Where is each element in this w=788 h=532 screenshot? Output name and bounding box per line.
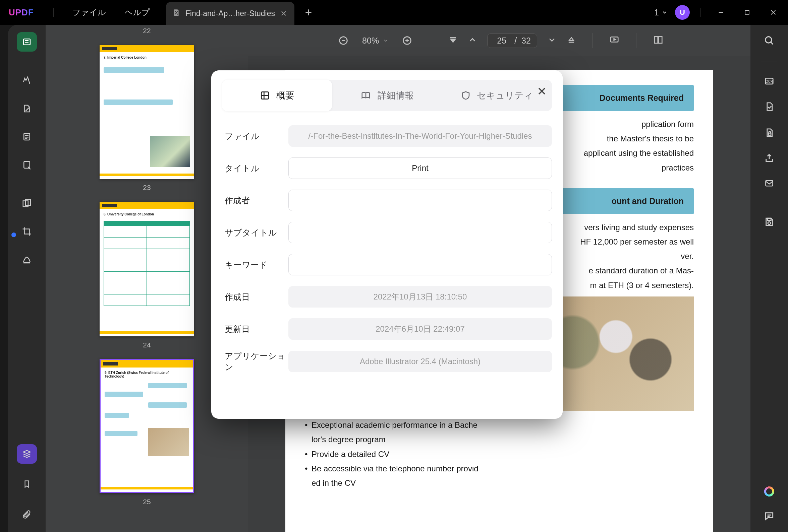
svg-rect-16 — [766, 181, 773, 186]
document-tab[interactable]: Find-and-Ap…her-Studies — [166, 2, 294, 25]
chat-button[interactable] — [764, 511, 774, 523]
protect-button[interactable] — [764, 127, 774, 140]
label-author: 作成者 — [225, 195, 288, 206]
divider — [592, 33, 592, 48]
input-subtitle[interactable] — [288, 222, 552, 243]
redact-tool[interactable] — [17, 193, 37, 213]
zoom-out-button[interactable] — [335, 32, 352, 49]
tab-title: Find-and-Ap…her-Studies — [185, 9, 275, 18]
thumb-label: 23 — [62, 184, 231, 192]
body-text: Provide a detailed CV — [312, 447, 389, 461]
window-minimize-button[interactable] — [712, 5, 730, 20]
value-created: 2022年10月13日 18:10:50 — [288, 286, 552, 308]
thumb-label: 25 — [62, 498, 231, 506]
share-button[interactable] — [764, 153, 775, 165]
window-close-button[interactable] — [764, 5, 783, 20]
crop-tool[interactable] — [17, 222, 37, 241]
page-sep: / — [514, 36, 517, 45]
page-toolbar: 80% / 32 — [248, 25, 750, 56]
tab-close-icon[interactable] — [280, 9, 288, 17]
divider — [761, 62, 777, 62]
svg-text:OCR: OCR — [766, 80, 773, 83]
page-layout-button[interactable] — [652, 35, 664, 46]
svg-point-18 — [768, 222, 771, 224]
thumbnail-page-24[interactable]: 8. University College of London — [100, 202, 194, 336]
comment-tool[interactable] — [17, 71, 37, 90]
search-button[interactable] — [764, 35, 775, 47]
edit-tool[interactable] — [17, 99, 37, 118]
divider — [701, 8, 701, 17]
next-page-button[interactable] — [547, 35, 557, 46]
form-tool[interactable] — [17, 155, 37, 175]
menu-help[interactable]: ヘルプ — [115, 7, 159, 18]
page-total: 32 — [521, 36, 531, 45]
email-button[interactable] — [764, 179, 775, 189]
last-page-button[interactable] — [567, 35, 576, 46]
thumb-page-title: 8. University College of London — [104, 212, 190, 216]
thumbnail-panel-button[interactable] — [17, 444, 37, 464]
input-author[interactable] — [288, 190, 552, 211]
indicator-dot-icon — [12, 232, 16, 237]
svg-rect-10 — [654, 37, 658, 43]
watermark-tool[interactable] — [17, 250, 37, 269]
divider — [19, 61, 35, 61]
reader-tool[interactable] — [17, 32, 37, 52]
first-page-button[interactable] — [448, 35, 458, 46]
zoom-dropdown[interactable]: 80% — [362, 36, 388, 45]
add-tab-button[interactable] — [302, 6, 315, 19]
menu-file[interactable]: ファイル — [63, 7, 115, 18]
page-number-input[interactable]: / 32 — [487, 34, 537, 48]
organize-tool[interactable] — [17, 127, 37, 146]
thumb-label: 24 — [62, 341, 231, 349]
tab-count[interactable]: 1 — [654, 8, 668, 17]
presentation-button[interactable] — [609, 35, 620, 46]
divider — [636, 33, 636, 48]
label-created: 作成日 — [225, 291, 288, 303]
label-title: タイトル — [225, 163, 288, 174]
tab-label: 概要 — [276, 89, 294, 102]
save-button[interactable] — [764, 217, 774, 228]
value-file: /-For-the-Best-Institutes-In-The-World-F… — [288, 125, 552, 147]
svg-rect-11 — [658, 37, 662, 43]
left-toolbar — [8, 25, 45, 532]
label-file: ファイル — [225, 131, 288, 142]
thumbnail-page-25[interactable]: 9. ETH Zurich (Swiss Federal Institute o… — [100, 359, 194, 493]
tab-overview[interactable]: 概要 — [222, 80, 332, 111]
window-maximize-button[interactable] — [738, 5, 756, 20]
label-modified: 更新日 — [225, 324, 288, 335]
ai-button[interactable] — [762, 485, 776, 498]
prev-page-button[interactable] — [468, 35, 477, 46]
body-text: Be accessible via the telephone number p… — [312, 464, 478, 473]
input-keywords[interactable] — [288, 254, 552, 275]
bookmark-panel-button[interactable] — [17, 474, 37, 494]
thumbnail-page-23[interactable]: 7. Imperial College London — [100, 45, 194, 179]
ocr-button[interactable]: OCR — [764, 76, 775, 87]
svg-rect-15 — [769, 133, 771, 135]
input-title[interactable] — [288, 158, 552, 179]
tab-label: セキュリティ — [477, 89, 533, 102]
body-text: Exceptional academic performance in a Ba… — [312, 421, 477, 429]
zoom-in-button[interactable] — [398, 32, 416, 49]
svg-rect-6 — [23, 262, 30, 264]
export-button[interactable] — [764, 101, 774, 114]
thumb-page-title: 9. ETH Zurich (Swiss Federal Institute o… — [105, 371, 189, 378]
svg-rect-17 — [768, 218, 771, 221]
dialog-tabs: 概要 詳細情報 セキュリティ — [222, 80, 552, 111]
attachment-panel-button[interactable] — [17, 505, 37, 524]
dialog-close-button[interactable] — [534, 84, 549, 99]
avatar[interactable]: U — [675, 5, 690, 20]
tab-count-value: 1 — [654, 8, 659, 17]
tab-details[interactable]: 詳細情報 — [332, 80, 442, 111]
body-text: ed in the CV — [312, 478, 356, 488]
tab-icon — [172, 8, 181, 18]
app-logo: UPDF — [9, 7, 34, 18]
thumb-label: 22 — [62, 27, 231, 35]
divider — [53, 8, 54, 17]
page-current[interactable] — [494, 36, 510, 45]
label-subtitle: サブタイトル — [225, 227, 288, 238]
divider — [432, 33, 432, 48]
right-toolbar: OCR — [750, 25, 788, 532]
zoom-value: 80% — [362, 36, 379, 45]
label-application: アプリケーション — [225, 350, 288, 372]
body-text: lor's degree program — [312, 435, 386, 444]
